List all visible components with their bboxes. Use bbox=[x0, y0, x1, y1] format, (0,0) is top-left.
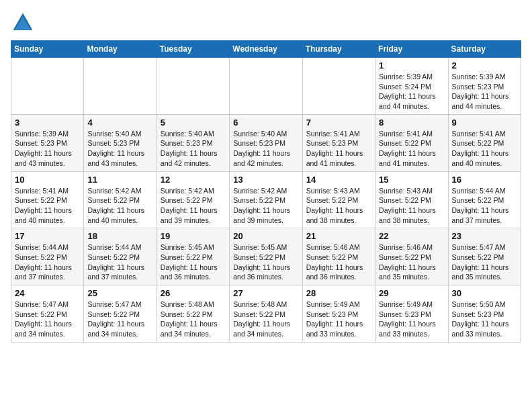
day-number: 6 bbox=[233, 118, 298, 128]
day-number: 8 bbox=[379, 118, 444, 128]
weekday-header: Wednesday bbox=[230, 41, 302, 58]
day-number: 12 bbox=[161, 175, 226, 185]
calendar-cell: 26Sunrise: 5:48 AM Sunset: 5:22 PM Dayli… bbox=[157, 285, 229, 342]
calendar-week-row: 24Sunrise: 5:47 AM Sunset: 5:22 PM Dayli… bbox=[11, 285, 521, 342]
day-info: Sunrise: 5:41 AM Sunset: 5:22 PM Dayligh… bbox=[379, 129, 444, 169]
calendar-header-row: SundayMondayTuesdayWednesdayThursdayFrid… bbox=[11, 41, 521, 58]
calendar-cell: 20Sunrise: 5:45 AM Sunset: 5:22 PM Dayli… bbox=[230, 228, 302, 285]
day-info: Sunrise: 5:44 AM Sunset: 5:22 PM Dayligh… bbox=[15, 242, 80, 282]
calendar-cell: 11Sunrise: 5:42 AM Sunset: 5:22 PM Dayli… bbox=[84, 171, 157, 228]
day-info: Sunrise: 5:43 AM Sunset: 5:22 PM Dayligh… bbox=[379, 186, 444, 226]
day-info: Sunrise: 5:41 AM Sunset: 5:22 PM Dayligh… bbox=[452, 129, 517, 169]
calendar-cell bbox=[157, 58, 229, 115]
day-number: 5 bbox=[161, 118, 226, 128]
calendar-cell: 27Sunrise: 5:48 AM Sunset: 5:22 PM Dayli… bbox=[230, 285, 302, 342]
weekday-header: Sunday bbox=[11, 41, 84, 58]
day-number: 27 bbox=[233, 288, 298, 298]
calendar-cell: 30Sunrise: 5:50 AM Sunset: 5:23 PM Dayli… bbox=[448, 285, 521, 342]
calendar-cell: 5Sunrise: 5:40 AM Sunset: 5:23 PM Daylig… bbox=[157, 114, 229, 171]
day-number: 29 bbox=[379, 288, 444, 298]
calendar-cell: 14Sunrise: 5:43 AM Sunset: 5:22 PM Dayli… bbox=[302, 171, 375, 228]
day-number: 19 bbox=[161, 231, 226, 241]
day-info: Sunrise: 5:45 AM Sunset: 5:22 PM Dayligh… bbox=[233, 242, 298, 282]
day-info: Sunrise: 5:41 AM Sunset: 5:22 PM Dayligh… bbox=[15, 186, 80, 226]
calendar-cell: 4Sunrise: 5:40 AM Sunset: 5:23 PM Daylig… bbox=[84, 114, 157, 171]
day-number: 2 bbox=[452, 60, 517, 71]
calendar-week-row: 3Sunrise: 5:39 AM Sunset: 5:23 PM Daylig… bbox=[11, 114, 521, 171]
weekday-header: Tuesday bbox=[157, 41, 229, 58]
weekday-header: Saturday bbox=[448, 41, 521, 58]
day-number: 20 bbox=[233, 231, 298, 241]
day-info: Sunrise: 5:50 AM Sunset: 5:23 PM Dayligh… bbox=[452, 300, 517, 339]
day-info: Sunrise: 5:42 AM Sunset: 5:22 PM Dayligh… bbox=[87, 186, 152, 226]
day-info: Sunrise: 5:43 AM Sunset: 5:22 PM Dayligh… bbox=[306, 186, 371, 226]
day-number: 3 bbox=[15, 118, 80, 128]
day-info: Sunrise: 5:39 AM Sunset: 5:23 PM Dayligh… bbox=[15, 129, 80, 169]
calendar-cell: 3Sunrise: 5:39 AM Sunset: 5:23 PM Daylig… bbox=[11, 114, 84, 171]
calendar-cell: 19Sunrise: 5:45 AM Sunset: 5:22 PM Dayli… bbox=[157, 228, 229, 285]
day-number: 30 bbox=[452, 288, 517, 298]
calendar-cell bbox=[302, 58, 375, 115]
day-number: 25 bbox=[87, 288, 152, 298]
day-info: Sunrise: 5:45 AM Sunset: 5:22 PM Dayligh… bbox=[161, 242, 226, 282]
logo-icon bbox=[11, 11, 35, 35]
day-info: Sunrise: 5:46 AM Sunset: 5:22 PM Dayligh… bbox=[306, 242, 371, 282]
calendar-cell: 25Sunrise: 5:47 AM Sunset: 5:22 PM Dayli… bbox=[84, 285, 157, 342]
calendar-cell bbox=[84, 58, 157, 115]
day-number: 9 bbox=[452, 118, 517, 128]
calendar-cell: 24Sunrise: 5:47 AM Sunset: 5:22 PM Dayli… bbox=[11, 285, 84, 342]
day-info: Sunrise: 5:49 AM Sunset: 5:23 PM Dayligh… bbox=[306, 300, 371, 339]
day-info: Sunrise: 5:44 AM Sunset: 5:22 PM Dayligh… bbox=[452, 186, 517, 226]
calendar-table: SundayMondayTuesdayWednesdayThursdayFrid… bbox=[11, 40, 521, 342]
day-number: 16 bbox=[452, 175, 517, 185]
calendar-cell: 28Sunrise: 5:49 AM Sunset: 5:23 PM Dayli… bbox=[302, 285, 375, 342]
day-info: Sunrise: 5:44 AM Sunset: 5:22 PM Dayligh… bbox=[87, 242, 152, 282]
calendar-cell bbox=[230, 58, 302, 115]
day-number: 1 bbox=[379, 60, 444, 71]
day-number: 18 bbox=[87, 231, 152, 241]
day-number: 23 bbox=[452, 231, 517, 241]
day-info: Sunrise: 5:47 AM Sunset: 5:22 PM Dayligh… bbox=[452, 242, 517, 282]
calendar-cell: 8Sunrise: 5:41 AM Sunset: 5:22 PM Daylig… bbox=[375, 114, 448, 171]
logo bbox=[11, 11, 38, 35]
calendar-cell: 29Sunrise: 5:49 AM Sunset: 5:23 PM Dayli… bbox=[375, 285, 448, 342]
calendar-cell bbox=[11, 58, 84, 115]
day-info: Sunrise: 5:39 AM Sunset: 5:24 PM Dayligh… bbox=[379, 72, 444, 111]
calendar-cell: 9Sunrise: 5:41 AM Sunset: 5:22 PM Daylig… bbox=[448, 114, 521, 171]
day-number: 17 bbox=[15, 231, 80, 241]
day-number: 22 bbox=[379, 231, 444, 241]
calendar-cell: 2Sunrise: 5:39 AM Sunset: 5:23 PM Daylig… bbox=[448, 58, 521, 115]
day-info: Sunrise: 5:40 AM Sunset: 5:23 PM Dayligh… bbox=[233, 129, 298, 169]
calendar-cell: 17Sunrise: 5:44 AM Sunset: 5:22 PM Dayli… bbox=[11, 228, 84, 285]
weekday-header: Friday bbox=[375, 41, 448, 58]
day-number: 26 bbox=[161, 288, 226, 298]
day-info: Sunrise: 5:40 AM Sunset: 5:23 PM Dayligh… bbox=[161, 129, 226, 169]
calendar-week-row: 17Sunrise: 5:44 AM Sunset: 5:22 PM Dayli… bbox=[11, 228, 521, 285]
calendar-cell: 1Sunrise: 5:39 AM Sunset: 5:24 PM Daylig… bbox=[375, 58, 448, 115]
day-info: Sunrise: 5:42 AM Sunset: 5:22 PM Dayligh… bbox=[233, 186, 298, 226]
calendar-cell: 7Sunrise: 5:41 AM Sunset: 5:23 PM Daylig… bbox=[302, 114, 375, 171]
page-header bbox=[11, 11, 521, 35]
day-info: Sunrise: 5:41 AM Sunset: 5:23 PM Dayligh… bbox=[306, 129, 371, 169]
day-info: Sunrise: 5:46 AM Sunset: 5:22 PM Dayligh… bbox=[379, 242, 444, 282]
day-number: 4 bbox=[87, 118, 152, 128]
day-number: 21 bbox=[306, 231, 371, 241]
day-number: 7 bbox=[306, 118, 371, 128]
day-info: Sunrise: 5:39 AM Sunset: 5:23 PM Dayligh… bbox=[452, 72, 517, 111]
day-info: Sunrise: 5:48 AM Sunset: 5:22 PM Dayligh… bbox=[161, 300, 226, 339]
calendar-cell: 16Sunrise: 5:44 AM Sunset: 5:22 PM Dayli… bbox=[448, 171, 521, 228]
calendar-cell: 18Sunrise: 5:44 AM Sunset: 5:22 PM Dayli… bbox=[84, 228, 157, 285]
weekday-header: Monday bbox=[84, 41, 157, 58]
day-number: 14 bbox=[306, 175, 371, 185]
calendar-cell: 22Sunrise: 5:46 AM Sunset: 5:22 PM Dayli… bbox=[375, 228, 448, 285]
calendar-cell: 13Sunrise: 5:42 AM Sunset: 5:22 PM Dayli… bbox=[230, 171, 302, 228]
calendar-cell: 6Sunrise: 5:40 AM Sunset: 5:23 PM Daylig… bbox=[230, 114, 302, 171]
calendar-week-row: 1Sunrise: 5:39 AM Sunset: 5:24 PM Daylig… bbox=[11, 58, 521, 115]
weekday-header: Thursday bbox=[302, 41, 375, 58]
day-info: Sunrise: 5:47 AM Sunset: 5:22 PM Dayligh… bbox=[15, 300, 80, 339]
day-number: 10 bbox=[15, 175, 80, 185]
calendar-cell: 23Sunrise: 5:47 AM Sunset: 5:22 PM Dayli… bbox=[448, 228, 521, 285]
calendar-cell: 12Sunrise: 5:42 AM Sunset: 5:22 PM Dayli… bbox=[157, 171, 229, 228]
day-info: Sunrise: 5:47 AM Sunset: 5:22 PM Dayligh… bbox=[87, 300, 152, 339]
day-number: 11 bbox=[87, 175, 152, 185]
